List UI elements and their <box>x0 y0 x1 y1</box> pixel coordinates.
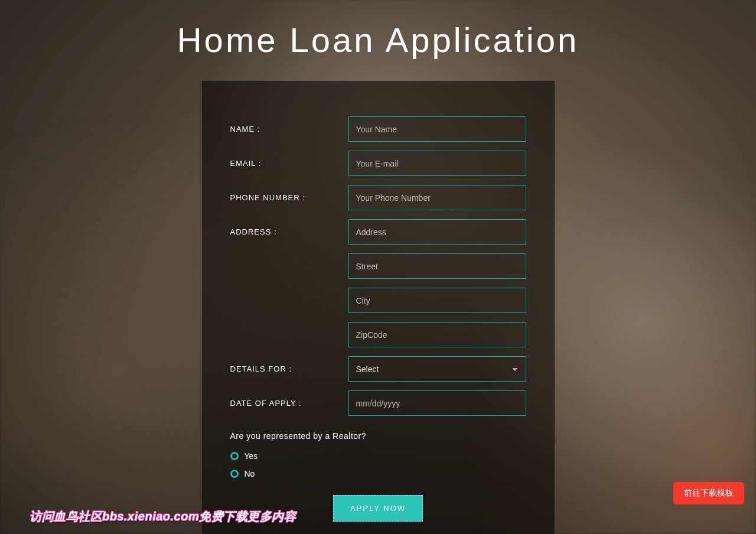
radio-no-row[interactable]: No <box>230 469 526 478</box>
date-input[interactable] <box>348 390 526 416</box>
watermark-text: 访问血鸟社区bbs.xieniao.com免费下载更多内容 <box>30 509 296 525</box>
radio-yes[interactable] <box>230 452 239 460</box>
label-phone: PHONE NUMBER : <box>230 185 348 202</box>
radio-yes-label: Yes <box>245 451 258 461</box>
phone-input[interactable] <box>348 185 526 210</box>
radio-no[interactable] <box>230 470 239 478</box>
label-date: DATE OF APPLY : <box>230 390 348 408</box>
download-template-button[interactable]: 前往下载模板 <box>673 482 744 504</box>
details-select[interactable]: Select <box>348 356 526 382</box>
page-title: Home Loan Application <box>0 0 756 60</box>
radio-yes-row[interactable]: Yes <box>230 451 526 461</box>
realtor-question: Are you represented by a Realtor? <box>230 431 526 441</box>
label-email: EMAIL : <box>230 151 348 168</box>
apply-now-button[interactable]: APPLY NOW <box>333 495 423 522</box>
street-input[interactable] <box>348 253 526 279</box>
label-address: ADDRESS : <box>230 219 348 236</box>
radio-no-label: No <box>245 469 255 478</box>
name-input[interactable] <box>348 116 526 142</box>
label-details: DETAILS FOR : <box>230 356 348 373</box>
zip-input[interactable] <box>348 322 526 347</box>
city-input[interactable] <box>348 288 526 313</box>
email-input[interactable] <box>348 151 526 176</box>
label-name: NAME : <box>230 116 348 134</box>
form-card: NAME : EMAIL : PHONE NUMBER : ADDRESS : … <box>202 81 555 534</box>
address-input[interactable] <box>348 219 526 245</box>
